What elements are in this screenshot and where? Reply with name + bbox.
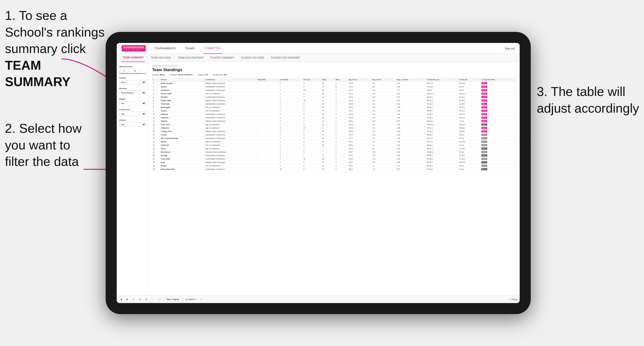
table-row[interactable]: 9 Arizona Pac-12 Conference - 3 8 22 1 2…: [152, 109, 516, 113]
cell-rnds: 7: [322, 147, 335, 151]
filter-school-label: School: [119, 119, 146, 121]
cell-avg-low: 1.28: [396, 140, 426, 144]
filter-conference-select[interactable]: (All): [119, 112, 146, 116]
filter-region-select[interactable]: N/A: [119, 101, 146, 106]
cell-vs-top50: 38.34: [480, 123, 516, 126]
cell-school: Mississippi State: [160, 168, 205, 171]
sub-nav-player-h2h-grid[interactable]: PLAYER H2H GRID: [240, 54, 265, 62]
table-row[interactable]: 21 New Mexico Mountain West Conference -…: [152, 151, 516, 154]
cell-vs-top25: 9-24-0: [458, 133, 480, 137]
cell-adj-score: 273.6: [348, 85, 371, 89]
separator: |: [198, 298, 198, 301]
filter-min-input[interactable]: [119, 69, 129, 73]
cell-vs-top50: 71.27: [480, 95, 516, 99]
cell-adj-score: 279.9: [348, 102, 371, 106]
table-row[interactable]: 5 Ole Miss Southeastern Conference - 3 6…: [152, 95, 516, 99]
cell-vs-top25: 4-21-0: [458, 168, 480, 171]
table-row[interactable]: 8 Washington Pac-12 Conference - 2 8 23 …: [152, 106, 516, 109]
cell-rnds: 23: [322, 89, 335, 92]
cell-rnds: 24: [322, 133, 335, 137]
cell-rank: 5: [152, 95, 160, 99]
share-small-btn[interactable]: ⬆: [138, 298, 142, 301]
cell-vs-top25: 30-4-0: [458, 85, 480, 89]
cell-adj-score: 277.5: [348, 133, 371, 137]
sign-out-button[interactable]: | Sign out: [502, 47, 515, 50]
table-row[interactable]: 25 Oregon Pac-12 Conference - 7 9 21 0 2…: [152, 164, 516, 168]
cell-overall: 83-25-0: [426, 144, 458, 147]
table-row[interactable]: 15 Georgia Tech Atlantic Coast Conferenc…: [152, 130, 516, 133]
cell-rnds: 27: [322, 99, 335, 102]
table-row[interactable]: 16 Florida Southeastern Conference - 7 9…: [152, 133, 516, 137]
table-row[interactable]: 1 North Carolina Atlantic Coast Conferen…: [152, 82, 516, 85]
cell-conference: Atlantic Coast Conference: [205, 130, 257, 133]
cell-conference: Southeastern Conference: [205, 116, 257, 120]
table-row[interactable]: 23 Texas A&M Southeastern Conference - 9…: [152, 157, 516, 161]
table-row[interactable]: 2 Auburn Southeastern Conference - 1 9 2…: [152, 85, 516, 89]
table-row[interactable]: 20 Texas Big 12 Conference - 3 7 7 7 278…: [152, 147, 516, 151]
nav-item-committee[interactable]: COMMITTEE: [203, 43, 222, 54]
cell-vs-top25: 14-21-0: [458, 109, 480, 113]
cell-school: Ole Miss: [160, 95, 205, 99]
filter-school-select[interactable]: (All): [119, 122, 146, 127]
nav-item-tournaments[interactable]: TOURNAMENTS: [153, 43, 177, 54]
filter-max-input[interactable]: [130, 69, 140, 73]
cell-school: Texas: [160, 147, 205, 151]
filter-division-select[interactable]: NCAA Division I: [119, 91, 146, 95]
table-row[interactable]: 17 East Tennessee State Southeastern Con…: [152, 137, 516, 140]
cell-vs-top25: 11-29-1: [458, 154, 480, 157]
cell-vs-top25: 23-23-1: [458, 130, 480, 133]
table-row[interactable]: 4 Arizona State Pac-12 Conference - 1 6 …: [152, 92, 516, 95]
nav-item-teams[interactable]: TEAMS: [184, 43, 196, 54]
nav-forward-btn[interactable]: ▶: [125, 298, 130, 301]
cell-adj-score: 277.4: [348, 137, 371, 140]
cell-reg-rank: -: [257, 120, 279, 123]
bookmark-btn[interactable]: ⊞: [144, 298, 149, 301]
cell-adj-score: 276.5: [348, 126, 371, 130]
standings-table: # School Conference Reg Rank Conf Rank N…: [152, 78, 516, 171]
sub-nav-player-summary[interactable]: PLAYER SUMMARY: [210, 54, 236, 62]
cell-rnds: 26: [322, 92, 335, 95]
cell-reg-rank: -: [257, 144, 279, 147]
table-row[interactable]: 12 Virginia Atlantic Coast Conference - …: [152, 120, 516, 123]
cell-avg-par: -5.2: [371, 82, 396, 85]
nav-back-btn[interactable]: ◀: [119, 298, 123, 301]
cell-overall: 90-51-2: [426, 161, 458, 164]
cell-school: Georgia: [160, 154, 205, 157]
filter-gender-select[interactable]: Men's: [119, 80, 146, 84]
refresh-btn[interactable]: ↻: [132, 298, 136, 301]
clock-btn[interactable]: 🕐: [157, 298, 162, 301]
logo-text: SCOREBOARD: [123, 46, 144, 49]
table-row[interactable]: 7 Tennessee Southeastern Conference - 4 …: [152, 102, 516, 106]
cell-rnds: 22: [322, 116, 335, 120]
table-row[interactable]: 18 Illinois Big Ten Conference - 1 8 23 …: [152, 140, 516, 144]
share-button[interactable]: ⬡ Share: [509, 298, 517, 301]
cell-wins: 2: [335, 123, 348, 126]
table-row[interactable]: 3 Vanderbilt Southeastern Conference - 5…: [152, 89, 516, 92]
more-btn[interactable]: ···: [150, 298, 155, 301]
sub-nav-player-h2h-heatmap[interactable]: PLAYER H2H HEATMAP: [270, 54, 301, 62]
table-row[interactable]: 13 Texas Tech Big 12 Conference - 1 9 27…: [152, 123, 516, 126]
expand-btn[interactable]: ⤢: [200, 298, 202, 301]
table-row[interactable]: 19 California Pac-12 Conference - 4 8 24…: [152, 144, 516, 147]
sub-nav-team-summary[interactable]: TEAM SUMMARY: [122, 54, 145, 62]
cell-conf-rank: 2: [279, 126, 303, 130]
cell-adj-score: 279.5: [348, 164, 371, 168]
view-original-button[interactable]: View: Original: [164, 297, 181, 302]
filter-slider[interactable]: [119, 73, 146, 74]
cell-school: Virginia: [160, 120, 205, 123]
sub-nav-team-h2h-grid[interactable]: TEAM H2H GRID: [150, 54, 172, 62]
table-row[interactable]: 26 Mississippi State Southeastern Confer…: [152, 168, 516, 171]
table-row[interactable]: 22 Georgia Southeastern Conference - 8 7…: [152, 154, 516, 157]
watch-button[interactable]: 👁 Watch ▾: [185, 298, 196, 301]
table-row[interactable]: 14 Oklahoma Big 12 Conference - 2 24 2 2…: [152, 126, 516, 130]
col-conference: Conference: [205, 78, 257, 82]
cell-conf-rank: 2: [279, 99, 303, 102]
table-row[interactable]: 11 Arkansas Southeastern Conference - 3 …: [152, 116, 516, 120]
table-row[interactable]: 6 Florida State Atlantic Coast Conferenc…: [152, 99, 516, 102]
cell-conference: Pac-12 Conference: [205, 164, 257, 168]
table-row[interactable]: 10 Alabama Southeastern Conference - 5 8…: [152, 113, 516, 116]
cell-conf-rank: 3: [279, 95, 303, 99]
cell-conference: Atlantic Coast Conference: [205, 82, 257, 85]
table-row[interactable]: 24 Duke Atlantic Coast Conference - 5 9 …: [152, 161, 516, 164]
sub-nav-team-h2h-heatmap[interactable]: TEAM H2H HEATMAP: [177, 54, 205, 62]
